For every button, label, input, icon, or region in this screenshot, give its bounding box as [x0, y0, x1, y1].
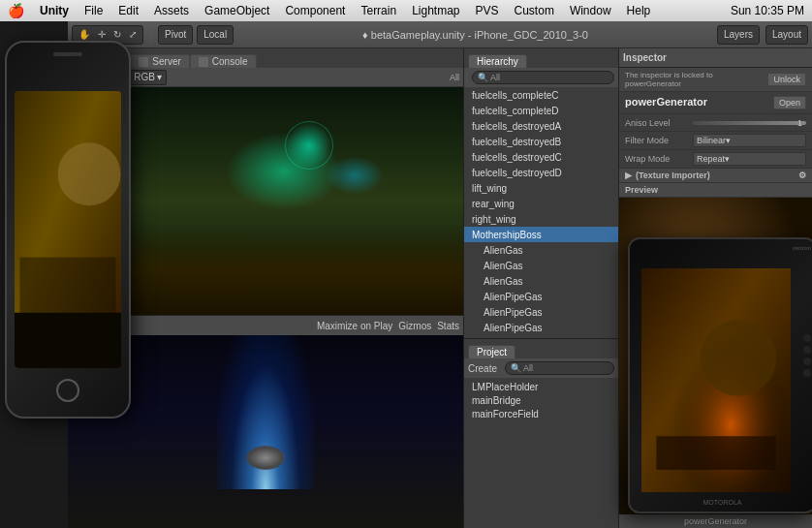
hierarchy-search[interactable]: 🔍 All: [472, 71, 614, 84]
nav-btn-4: [803, 369, 811, 377]
preview-header: Preview: [619, 183, 812, 198]
h-item-1[interactable]: fuelcells_completeD: [464, 103, 618, 118]
console-tab-icon: [199, 57, 208, 67]
project-search[interactable]: 🔍 All: [505, 361, 614, 375]
tab-hierarchy[interactable]: Hierarchy: [468, 54, 527, 68]
h-item-9-selected[interactable]: MothershipBoss: [464, 227, 618, 242]
nav-btn-1: [803, 334, 811, 342]
wrap-label: Wrap Mode: [625, 154, 693, 164]
h-item-10[interactable]: AlienGas: [464, 242, 618, 258]
menu-edit[interactable]: Edit: [112, 4, 144, 17]
phone-right-nav-buttons: [803, 334, 811, 377]
local-button[interactable]: Local: [201, 29, 230, 40]
svg-point-10: [701, 320, 777, 396]
local-group[interactable]: Local: [197, 25, 234, 45]
pivot-button[interactable]: Pivot: [162, 29, 189, 40]
stats-label[interactable]: Stats: [437, 321, 459, 331]
p-item-0[interactable]: LMPlaceHolder: [468, 380, 614, 393]
aniso-property: Aniso Level 1: [619, 114, 812, 132]
h-item-4[interactable]: fuelcells_destroyedC: [464, 149, 618, 165]
phone-home-button[interactable]: [56, 379, 79, 402]
menu-terrain[interactable]: Terrain: [355, 4, 402, 17]
aniso-slider[interactable]: 1: [693, 121, 806, 125]
phone-screen-right: [641, 268, 791, 492]
menu-gameobject[interactable]: GameObject: [199, 4, 275, 17]
filter-value: Bilinear: [697, 136, 726, 145]
menu-file[interactable]: File: [78, 4, 109, 17]
tab-project[interactable]: Project: [468, 345, 515, 358]
menu-lightmap[interactable]: Lightmap: [406, 4, 465, 17]
h-item-6[interactable]: lift_wing: [464, 180, 618, 196]
nav-btn-3: [803, 357, 811, 365]
search-icon: 🔍: [478, 73, 488, 82]
tab-console[interactable]: Console: [190, 54, 257, 68]
project-panel: Project Create 🔍 All LMPlaceHolder mainB…: [464, 339, 618, 528]
h-item-5[interactable]: fuelcells_destroyedD: [464, 165, 618, 180]
h-item-16[interactable]: AlienPipeGas: [464, 335, 618, 338]
h-item-8[interactable]: right_wing: [464, 211, 618, 227]
toolbar-right: Layers Layout: [717, 25, 808, 45]
h-item-7[interactable]: rear_wing: [464, 196, 618, 211]
apple-menu[interactable]: 🍎: [8, 3, 24, 18]
clock: Sun 10:35 PM: [731, 4, 804, 17]
menu-assets[interactable]: Assets: [148, 4, 195, 17]
menubar: 🍎 Unity File Edit Assets GameObject Comp…: [0, 0, 812, 21]
phone-left: [0, 21, 150, 419]
p-item-2[interactable]: mainForceField: [468, 407, 614, 420]
hierarchy-project-panel: Hierarchy 🔍 All fuelcells_completeC fuel…: [463, 48, 618, 528]
console-tab-label: Console: [212, 56, 248, 67]
maximize-on-play-label[interactable]: Maximize on Play: [317, 321, 392, 331]
open-button[interactable]: Open: [773, 96, 806, 109]
lock-message: The inspector is locked to powerGenerato…: [625, 71, 767, 88]
preview-label: Preview: [625, 185, 658, 195]
create-button[interactable]: Create: [468, 363, 497, 374]
game-ship: [246, 446, 285, 470]
inspector-tab-label: Inspector: [623, 52, 667, 63]
h-item-13[interactable]: AlienPipeGas: [464, 289, 618, 304]
menu-window[interactable]: Window: [564, 4, 617, 17]
h-item-3[interactable]: fuelcells_destroyedB: [464, 134, 618, 149]
h-item-11[interactable]: AlienGas: [464, 258, 618, 273]
menu-pvs[interactable]: PVS: [470, 4, 505, 17]
aniso-label: Aniso Level: [625, 118, 693, 128]
toolbar-sep-1: [150, 27, 151, 43]
phone-screen-left: [15, 91, 121, 368]
layers-button[interactable]: Layers: [717, 25, 760, 45]
menu-unity[interactable]: Unity: [34, 4, 75, 17]
svg-rect-11: [656, 436, 775, 470]
wrap-property: Wrap Mode Repeat▾: [619, 150, 812, 169]
phone-body-left: [5, 41, 131, 419]
wrap-dropdown[interactable]: Repeat▾: [693, 152, 806, 166]
texture-importer-header: ▶ (Texture Importer) ⚙: [619, 169, 812, 183]
h-item-14[interactable]: AlienPipeGas: [464, 304, 618, 320]
hierarchy-list: fuelcells_completeC fuelcells_completeD …: [464, 87, 618, 338]
phone-left-screen-svg: [15, 91, 121, 368]
inspector-asset-name: Open powerGenerator: [619, 92, 812, 114]
gizmos-label[interactable]: Gizmos: [398, 321, 431, 331]
h-item-0[interactable]: fuelcells_completeC: [464, 87, 618, 103]
project-toolbar: Create 🔍 All: [464, 358, 618, 378]
unlock-button[interactable]: Unlock: [767, 73, 806, 86]
menu-custom[interactable]: Custom: [509, 4, 560, 17]
project-tabs: Project: [464, 339, 618, 358]
layout-button[interactable]: Layout: [765, 25, 808, 45]
svg-point-6: [57, 142, 120, 205]
h-item-15[interactable]: AlienPipeGas: [464, 320, 618, 335]
phone-body-right: verizon M: [628, 237, 812, 513]
project-list: LMPlaceHolder mainBridge mainForceField: [464, 378, 618, 528]
menu-component[interactable]: Component: [279, 4, 351, 17]
pivot-group[interactable]: Pivot: [158, 25, 193, 45]
hierarchy-search-placeholder: All: [490, 73, 500, 82]
project-tab-label: Project: [477, 347, 507, 357]
menu-help[interactable]: Help: [621, 4, 657, 17]
p-item-1[interactable]: mainBridge: [468, 393, 614, 407]
hierarchy-toolbar: 🔍 All: [464, 68, 618, 87]
h-item-12[interactable]: AlienGas: [464, 273, 618, 289]
filter-property: Filter Mode Bilinear▾: [619, 132, 812, 150]
chevron-right-icon: ▶: [625, 171, 632, 180]
inspector-header: Inspector: [619, 48, 812, 68]
svg-rect-7: [15, 313, 121, 368]
unity-toolbar: ✋ ✛ ↻ ⤢ Pivot Local ♦ betaGameplay.unity…: [68, 21, 812, 48]
filter-dropdown[interactable]: Bilinear▾: [693, 134, 806, 147]
h-item-2[interactable]: fuelcells_destroyedA: [464, 118, 618, 134]
